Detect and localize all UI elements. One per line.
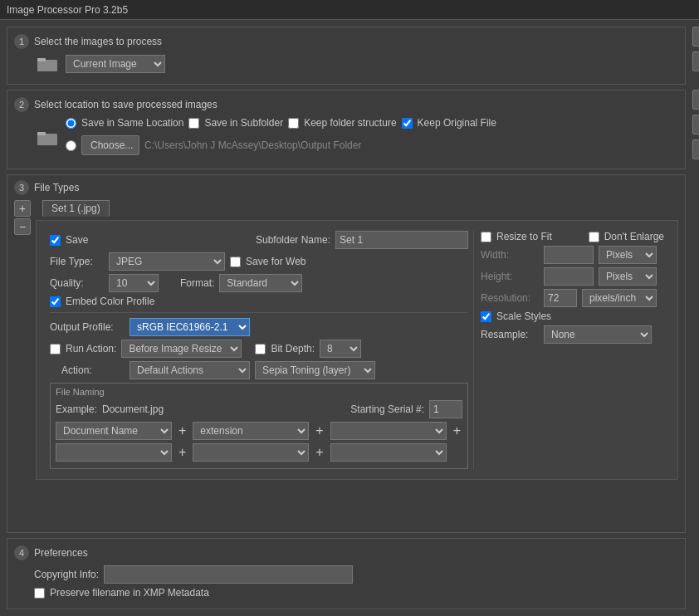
file-type-select[interactable]: JPEG PNG TIFF PSD [109,252,225,271]
resolution-input[interactable] [544,289,577,307]
file-naming-section: File Naming Example: Document.jpg Starti… [50,383,468,469]
example-value: Document.jpg [102,403,164,415]
tab-set1[interactable]: Set 1 (.jpg) [42,200,110,217]
resize-to-fit-label: Resize to Fit [496,231,552,242]
run-action-label: Run Action: [66,343,116,354]
keep-original-file-checkbox[interactable] [402,118,413,129]
action-select[interactable]: Sepia Toning (layer) [255,361,375,379]
height-pixels-select[interactable]: Pixels Inches Centimeters [599,267,657,286]
image-source-select[interactable]: Current Image Open Files Folder [66,55,165,73]
remove-set-button[interactable]: − [14,218,31,235]
section-4-title: Preferences [34,547,88,559]
bit-depth-select[interactable]: 8 16 [320,340,361,358]
section-2-title: Select location to save processed images [34,99,218,110]
bit-depth-label: Bit Depth: [271,343,315,354]
run-action-checkbox[interactable] [50,344,61,354]
width-input[interactable] [544,246,594,264]
embed-color-profile-checkbox[interactable] [50,296,61,307]
save-subfolder-label: Save in Subfolder [204,117,283,129]
naming-row2-col2-select[interactable] [193,443,309,462]
example-label: Example: [56,403,97,415]
bit-depth-checkbox[interactable] [255,344,266,354]
svg-rect-3 [37,132,46,135]
preserve-filename-checkbox[interactable] [34,588,45,599]
file-types-body: Save Subfolder Name: File Type: JPEG [43,227,671,472]
left-panel: 1 Select the images to process Current I… [7,27,686,609]
resample-label: Resample: [481,329,539,340]
subfolder-name-input[interactable] [335,231,468,249]
dont-enlarge-label: Don't Enlarge [604,231,664,242]
scale-styles-label: Scale Styles [496,310,551,322]
ft-right: Resize to Fit Don't Enlarge Width: [473,231,664,469]
add-remove-buttons: + − [14,200,31,235]
naming-row1-col3-select[interactable] [330,422,447,440]
naming-plus-3: + [452,423,462,438]
naming-plus-5: + [314,445,325,460]
naming-row2-col1-select[interactable] [56,443,172,462]
resolution-label: Resolution: [481,292,539,304]
naming-row1-col1-select[interactable]: Document Name filename serial number [56,422,172,440]
choose-location-radio[interactable] [66,140,76,151]
section-1-title: Select the images to process [34,36,162,47]
save-for-web-checkbox[interactable] [230,257,241,267]
starting-serial-input[interactable] [429,400,462,418]
output-path: C:\Users\John J McAssey\Desktop\Output F… [144,139,361,151]
section-3-number: 3 [14,180,29,195]
section-3: 3 File Types + − Set 1 (.jpg) [7,174,686,533]
copyright-info-input[interactable] [104,565,353,584]
save-subfolder-checkbox[interactable] [188,118,199,129]
action-label: Action: [61,364,125,376]
quality-select[interactable]: 10 1234 5678 91112 [109,274,159,292]
quality-label: Quality: [50,277,104,289]
app-title: Image Processor Pro 3.2b5 [7,4,128,16]
format-select[interactable]: Standard Progressive Optimized [219,274,302,292]
right-panel: Run Cancel Load... Save... Reset... [692,27,699,609]
embed-color-profile-label: Embed Color Profile [66,296,154,307]
load-button[interactable]: Load... [692,90,699,110]
keep-folder-structure-checkbox[interactable] [288,118,299,129]
starting-serial-label: Starting Serial #: [350,403,424,415]
file-type-label: File Type: [50,256,104,267]
keep-folder-structure-label: Keep folder structure [304,117,396,129]
section-3-title: File Types [34,182,79,193]
resolution-unit-select[interactable]: pixels/inch pixels/cm [582,289,657,307]
add-set-button[interactable]: + [14,200,31,217]
resize-to-fit-checkbox[interactable] [481,232,491,242]
tab-bar: Set 1 (.jpg) [36,200,678,217]
section-3-header: 3 File Types [7,175,685,200]
reset-button[interactable]: Reset... [692,139,699,159]
output-profile-label: Output Profile: [50,321,125,333]
ft-save-checkbox[interactable] [50,235,61,246]
folder-icon-1 [34,54,61,74]
width-label: Width: [481,249,539,261]
run-button[interactable]: Run [692,27,699,46]
title-bar: Image Processor Pro 3.2b5 [0,0,699,20]
svg-rect-0 [37,60,57,71]
ft-save-label: Save [66,234,88,246]
action-set-select[interactable]: Default Actions [130,361,250,379]
format-label: Format: [180,277,214,289]
dont-enlarge-checkbox[interactable] [589,232,599,242]
save-same-location-radio[interactable] [66,118,76,129]
width-pixels-select[interactable]: Pixels Inches Centimeters [599,246,657,264]
naming-row2-col3-select[interactable] [330,443,447,462]
save-for-web-label: Save for Web [246,256,306,267]
output-profile-select[interactable]: sRGB IEC61966-2.1 Adobe RGB (1998) ProPh… [130,318,250,336]
section-1: 1 Select the images to process Current I… [7,27,686,85]
choose-button[interactable]: Choose... [81,135,139,155]
svg-rect-2 [37,134,57,145]
height-input[interactable] [544,267,594,286]
save-same-location-label: Save in Same Location [81,117,183,129]
main-container: 1 Select the images to process Current I… [0,20,699,616]
section-1-number: 1 [14,34,29,49]
cancel-button[interactable]: Cancel [692,51,699,71]
save-button[interactable]: Save... [692,115,699,134]
naming-plus-2: + [314,423,325,438]
before-image-resize-select[interactable]: Before Image Resize After Image Resize [121,340,242,358]
section-4-number: 4 [14,545,29,560]
subfolder-name-label: Subfolder Name: [256,234,330,246]
resample-select[interactable]: None Bicubic Bicubic Smoother Bicubic Sh… [544,325,652,344]
section-2: 2 Select location to save processed imag… [7,90,686,169]
scale-styles-checkbox[interactable] [481,311,491,322]
naming-row1-col2-select[interactable]: extension ext EXT [193,422,309,440]
